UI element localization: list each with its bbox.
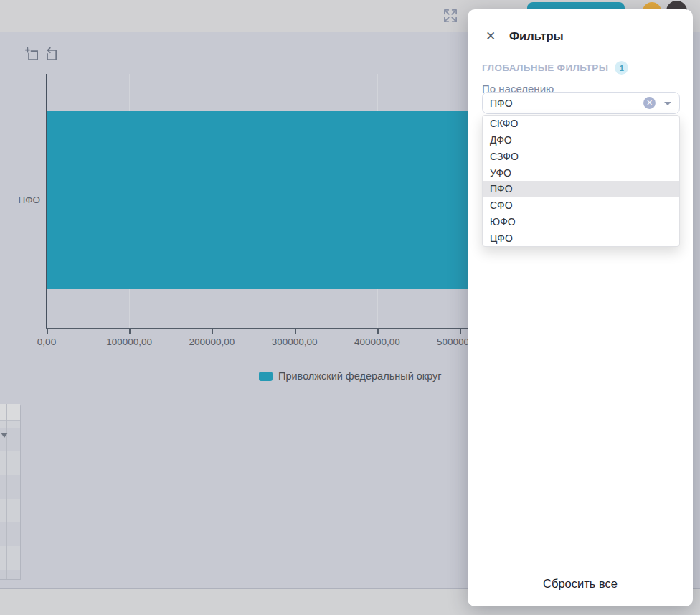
x-tickmark — [295, 329, 296, 334]
close-icon[interactable]: ✕ — [483, 29, 498, 44]
chart-bar-pfo[interactable] — [47, 111, 502, 289]
x-tick-label: 100000,00 — [93, 337, 165, 347]
partial-table-header — [0, 404, 20, 421]
dropdown-option-УФО[interactable]: УФО — [483, 164, 679, 181]
population-filter-select[interactable]: ✕ — [482, 92, 680, 114]
partial-table-widget — [0, 404, 21, 580]
x-tickmark — [212, 329, 213, 334]
filters-count-badge: 1 — [615, 61, 628, 75]
filter-options-dropdown: СКФОДФОСЗФОУФОПФОСФОЮФОЦФО — [482, 115, 680, 247]
chevron-down-icon[interactable] — [664, 102, 671, 105]
dropdown-option-СФО[interactable]: СФО — [483, 197, 679, 214]
sort-arrow-icon — [1, 433, 8, 438]
x-tick-label: 300000,00 — [259, 337, 331, 347]
x-tickmark — [129, 329, 131, 334]
dashboard-page: 0,00100000,00200000,00300000,00400000,00… — [0, 0, 700, 615]
chart-x-axis — [46, 328, 509, 329]
reset-all-button[interactable]: Сбросить все — [543, 577, 618, 591]
global-filters-label: ГЛОБАЛЬНЫЕ ФИЛЬТРЫ — [482, 62, 608, 73]
global-filters-section: ГЛОБАЛЬНЫЕ ФИЛЬТРЫ 1 — [482, 61, 628, 75]
x-tickmark — [47, 329, 48, 334]
filters-panel-title: Фильтры — [509, 29, 564, 43]
filters-panel-footer: Сбросить все — [468, 560, 693, 606]
clear-filter-icon[interactable]: ✕ — [643, 97, 656, 109]
zoom-selection-icon[interactable] — [24, 47, 40, 62]
dropdown-option-СКФО[interactable]: СКФО — [483, 116, 679, 132]
legend-swatch — [259, 372, 273, 381]
legend-label: Приволжский федеральный округ — [278, 370, 442, 382]
x-tickmark — [460, 329, 461, 334]
dropdown-option-ЮФО[interactable]: ЮФО — [483, 214, 679, 230]
fullscreen-expand-icon[interactable] — [441, 6, 460, 25]
x-tick-label: 400000,00 — [341, 337, 413, 347]
legend-item[interactable]: Приволжский федеральный округ — [259, 370, 442, 382]
reset-zoom-icon[interactable] — [43, 47, 59, 62]
filters-panel: ✕ Фильтры ГЛОБАЛЬНЫЕ ФИЛЬТРЫ 1 По населе… — [468, 9, 693, 606]
x-tickmark — [377, 329, 379, 334]
x-tick-label: 200000,00 — [176, 337, 247, 347]
x-tick-label: 0,00 — [11, 337, 82, 347]
dropdown-option-ЦФО[interactable]: ЦФО — [483, 230, 679, 246]
partial-table-column-divider — [6, 404, 7, 579]
dropdown-option-СЗФО[interactable]: СЗФО — [483, 149, 679, 165]
dropdown-option-ПФО[interactable]: ПФО — [483, 181, 679, 197]
filters-panel-header: ✕ Фильтры — [468, 29, 693, 47]
y-category-label: ПФО — [0, 194, 40, 205]
dropdown-option-ДФО[interactable]: ДФО — [483, 132, 679, 149]
